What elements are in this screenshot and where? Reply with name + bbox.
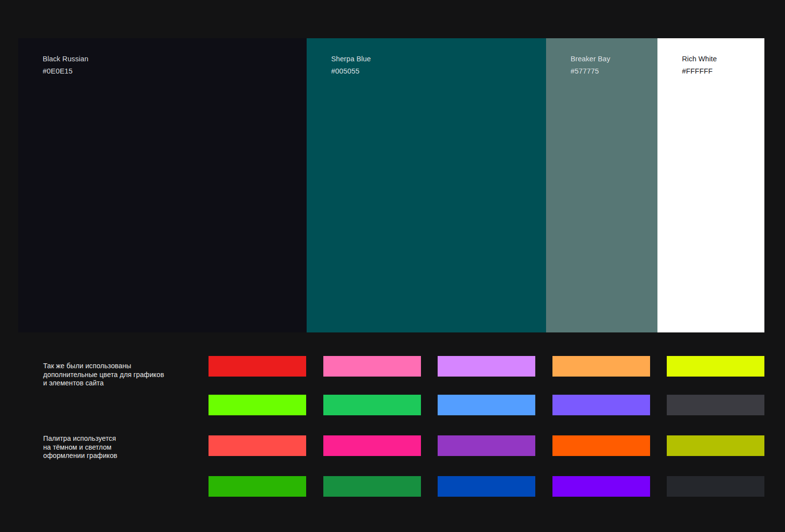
swatch-row <box>209 395 764 415</box>
secondary-palette <box>209 356 764 497</box>
note-additional-colors: Так же были использованы дополнительные … <box>43 362 164 388</box>
note-line: Палитра используется <box>43 434 116 442</box>
color-swatch <box>209 356 306 377</box>
note-palette-usage: Палитра используется на тёмном и светлом… <box>43 434 117 460</box>
color-swatch <box>323 395 421 415</box>
color-swatch <box>209 435 306 456</box>
swatch-name-label: Sherpa Blue <box>331 55 546 63</box>
note-line: оформлении графиков <box>43 452 117 459</box>
color-swatch <box>323 356 421 377</box>
color-swatch <box>209 476 306 497</box>
color-swatch <box>438 435 535 456</box>
color-swatch <box>438 395 535 415</box>
color-swatch <box>667 435 764 456</box>
primary-palette: Black Russian#0E0E15Sherpa Blue#005055Br… <box>18 38 764 332</box>
color-swatch <box>552 435 650 456</box>
palette-page: { "page": { "background": "#131314" }, "… <box>0 0 785 532</box>
swatch-hex-label: #FFFFFF <box>682 67 764 75</box>
color-swatch <box>552 476 650 497</box>
color-swatch <box>438 476 535 497</box>
swatch-name-label: Black Russian <box>43 55 307 63</box>
color-swatch <box>667 395 764 415</box>
swatch-row <box>209 476 764 497</box>
color-swatch <box>209 395 306 415</box>
palette-swatch-rich-white: Rich White#FFFFFF <box>657 38 764 332</box>
swatch-name-label: Breaker Bay <box>571 55 657 63</box>
palette-swatch-sherpa-blue: Sherpa Blue#005055 <box>307 38 546 332</box>
color-swatch <box>552 356 650 377</box>
swatch-name-label: Rich White <box>682 55 764 63</box>
note-line: и элементов сайта <box>43 379 104 387</box>
color-swatch <box>667 476 764 497</box>
color-swatch <box>323 476 421 497</box>
swatch-row <box>209 435 764 456</box>
note-line: на тёмном и светлом <box>43 443 111 451</box>
swatch-row <box>209 356 764 377</box>
palette-swatch-breaker-bay: Breaker Bay#577775 <box>546 38 657 332</box>
color-swatch <box>323 435 421 456</box>
color-swatch <box>667 356 764 377</box>
swatch-hex-label: #577775 <box>571 67 657 75</box>
swatch-hex-label: #005055 <box>331 67 546 75</box>
color-swatch <box>438 356 535 377</box>
note-line: Так же были использованы <box>43 362 131 370</box>
swatch-hex-label: #0E0E15 <box>43 67 307 75</box>
color-swatch <box>552 395 650 415</box>
palette-swatch-black-russian: Black Russian#0E0E15 <box>18 38 307 332</box>
note-line: дополнительные цвета для графиков <box>43 371 164 379</box>
